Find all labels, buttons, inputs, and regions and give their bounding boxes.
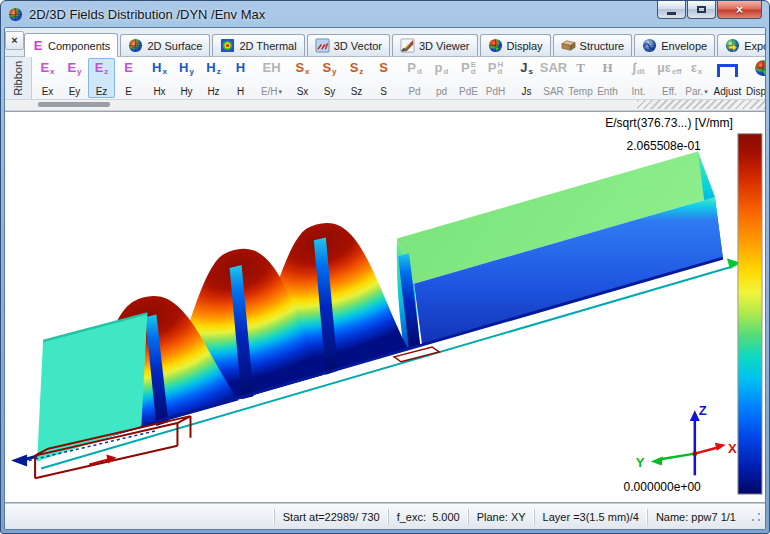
- z-axis-label: Z: [699, 403, 707, 418]
- status-plane: Plane: XY: [468, 509, 534, 525]
- ribbon-button-pd-lower[interactable]: pdpd: [428, 58, 455, 98]
- brick-icon: [561, 38, 576, 53]
- ribbon-button-pdh[interactable]: PHdPdH: [482, 58, 509, 98]
- status-name: Name: ppw7 1/1: [647, 509, 744, 525]
- close-icon: ×: [736, 3, 743, 17]
- colorbar-title: E/sqrt(376.73...) [V/mm]: [605, 116, 733, 130]
- field-3d-view[interactable]: Z X Y E/sqrt(376.73...) [V/mm] 2.065508e…: [5, 112, 765, 502]
- app-icon: [8, 7, 23, 22]
- ribbon-button-temp[interactable]: TTemp: [567, 58, 594, 98]
- ribbon-button-ez[interactable]: EzEz: [88, 58, 115, 98]
- tab-2d-thermal[interactable]: 2D Thermal: [212, 34, 304, 56]
- tab-display[interactable]: Display: [480, 34, 551, 56]
- e-field-icon: E: [32, 38, 44, 53]
- ribbon-button-e[interactable]: EE: [115, 58, 142, 98]
- ribbon-button-js[interactable]: JsJs: [513, 58, 540, 98]
- ribbon-panel-close-button[interactable]: ×: [5, 31, 24, 50]
- vector-arrows-icon: [315, 38, 330, 53]
- ribbon-button-hy[interactable]: HyHy: [173, 58, 200, 98]
- colorbar-min-value: 0.000000e+00: [624, 480, 702, 494]
- tab-components[interactable]: E Components: [24, 33, 118, 57]
- viewer-icon: [400, 38, 415, 53]
- resize-grip[interactable]: [749, 510, 762, 523]
- client-area: × E Components 2D Surface 2D Thermal 3D: [4, 27, 766, 530]
- status-bar: Start at=22989/ 730 f_exc: 5.000 Plane: …: [5, 503, 765, 529]
- traveling-wave-slab: [397, 151, 723, 349]
- status-f-exc: f_exc: 5.000: [388, 509, 468, 525]
- ribbon-button-h[interactable]: HH: [227, 58, 254, 98]
- ribbon-button-eh[interactable]: EHE/H▾: [258, 58, 285, 98]
- ribbon-button-ex[interactable]: ExEx: [34, 58, 61, 98]
- tab-bar: × E Components 2D Surface 2D Thermal 3D: [5, 28, 765, 57]
- y-axis-arrow-icon: [651, 457, 663, 466]
- ribbon-button-enth[interactable]: HEnth: [594, 58, 621, 98]
- status-start-at: Start at=22989/ 730: [274, 509, 388, 525]
- tab-2d-surface[interactable]: 2D Surface: [120, 34, 210, 56]
- tab-export[interactable]: Export: [717, 34, 766, 56]
- minimize-icon: [667, 12, 676, 15]
- y-axis-label: Y: [636, 456, 645, 471]
- chevron-down-icon: ▾: [279, 88, 283, 96]
- ribbon-button-par[interactable]: εxPar.▾: [683, 58, 710, 98]
- ribbon-button-sz[interactable]: SzSz: [343, 58, 370, 98]
- ribbon: Ribbon ExEx EyEy EzEz EE HxHx HyHy HzHz …: [5, 57, 765, 100]
- chevron-down-icon: ▾: [704, 88, 708, 96]
- maximize-button[interactable]: [687, 1, 716, 19]
- ribbon-button-hz[interactable]: HzHz: [200, 58, 227, 98]
- colorbar-max-value: 2.065508e-01: [627, 139, 702, 153]
- window-title: 2D/3D Fields Distribution /DYN /Env Max: [29, 7, 265, 22]
- panel-close-icon: ×: [11, 35, 17, 46]
- ribbon-button-sy[interactable]: SySy: [316, 58, 343, 98]
- ribbon-button-int[interactable]: ∫dtInt.: [625, 58, 652, 98]
- tab-3d-viewer[interactable]: 3D Viewer: [392, 34, 478, 56]
- ribbon-scrollbar-thumb[interactable]: [38, 102, 110, 107]
- ribbon-panel-label: Ribbon: [5, 57, 32, 99]
- app-window: 2D/3D Fields Distribution /DYN /Env Max …: [0, 0, 770, 534]
- export-arrow-icon: [725, 38, 740, 53]
- display-ball-icon: [754, 59, 766, 77]
- tab-envelope[interactable]: Envelope: [634, 34, 715, 56]
- close-button[interactable]: ×: [717, 1, 762, 19]
- ribbon-button-ey[interactable]: EyEy: [61, 58, 88, 98]
- ribbon-button-hx[interactable]: HxHx: [146, 58, 173, 98]
- ribbon-scrollbar-hatch: [637, 100, 765, 109]
- tab-3d-vector[interactable]: 3D Vector: [307, 34, 390, 56]
- ribbon-button-pd[interactable]: PdPd: [401, 58, 428, 98]
- envelope-wave-icon: [642, 38, 657, 53]
- ribbon-button-sx[interactable]: SxSx: [289, 58, 316, 98]
- ribbon-button-s[interactable]: SS: [370, 58, 397, 98]
- ribbon-button-adjust[interactable]: Adjust: [714, 58, 741, 98]
- field-viewport: Z X Y E/sqrt(376.73...) [V/mm] 2.065508e…: [5, 111, 765, 503]
- ribbon-button-sar[interactable]: SARSAR: [540, 58, 567, 98]
- x-axis-arrow-icon: [715, 443, 726, 451]
- axis-triad: Z X Y: [636, 403, 737, 475]
- tab-structure[interactable]: Structure: [553, 34, 633, 56]
- ribbon-button-display[interactable]: Display: [749, 58, 765, 98]
- mesh-ball-icon: [128, 38, 143, 53]
- x-axis-label: X: [728, 441, 737, 456]
- minimize-button[interactable]: [657, 1, 686, 19]
- maximize-icon: [697, 6, 706, 13]
- ribbon-button-eff[interactable]: µεeffEff.: [656, 58, 683, 98]
- ribbon-button-pde[interactable]: PEdPdE: [455, 58, 482, 98]
- title-bar[interactable]: 2D/3D Fields Distribution /DYN /Env Max …: [4, 1, 766, 27]
- thermal-map-icon: [220, 38, 235, 53]
- status-layer: Layer =3(1.5 mm)/4: [534, 509, 647, 525]
- ribbon-scrollbar: [5, 100, 765, 111]
- display-ball-icon: [488, 38, 503, 53]
- colorbar-gradient: [738, 134, 762, 494]
- pulse-icon: [717, 64, 738, 77]
